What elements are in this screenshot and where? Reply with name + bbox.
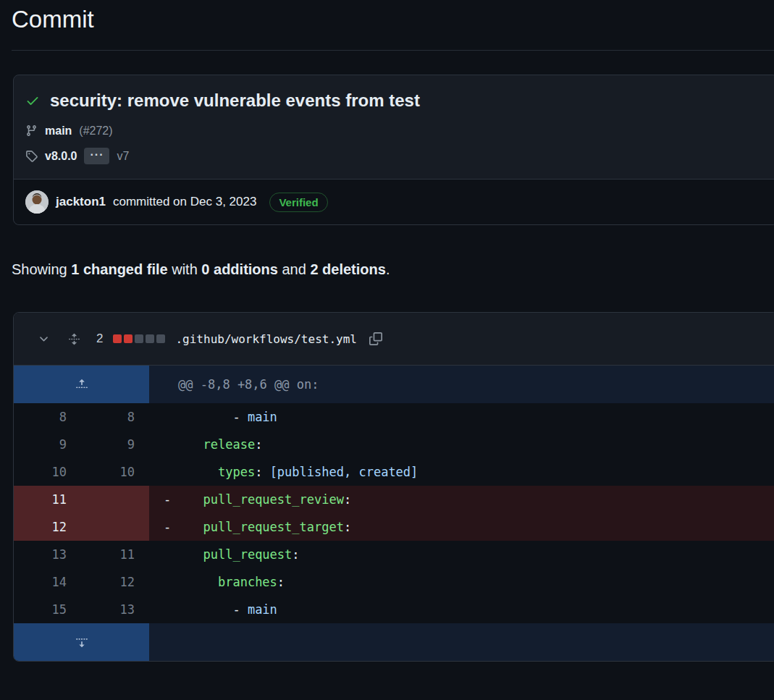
summary-segment: . [386,261,390,277]
code-line: pull_request: [149,541,774,568]
check-icon [25,93,40,108]
new-line-number[interactable]: 8 [81,403,149,431]
tag-secondary[interactable]: v7 [117,150,129,163]
old-line-number[interactable]: 9 [14,431,81,458]
expand-all-unfold-icon[interactable] [68,333,80,345]
diff-row: 12- pull_request_target: [14,513,774,541]
code-segment [188,465,218,479]
tag-icon [25,150,38,162]
code-segment [188,520,203,534]
code-line: release: [149,431,774,458]
summary-segment: and [278,261,310,277]
verified-badge[interactable]: Verified [269,193,327,212]
code-segment: pull_request [203,547,292,562]
page-title: Commit [12,4,774,35]
changed-lines-count: 2 [96,332,103,346]
avatar[interactable] [25,190,49,214]
old-line-number[interactable]: 11 [14,486,81,513]
collapse-file-chevron-down-icon[interactable] [38,333,50,345]
expand-row-fill [149,623,774,661]
copy-path-icon[interactable] [369,332,382,345]
diffstat-square-neutral [156,334,165,343]
new-line-number[interactable] [81,513,149,541]
code-segment: : [292,547,299,562]
hunk-header-row: @@ -8,8 +8,6 @@ on: [14,366,774,403]
code-line: branches: [149,568,774,596]
summary-segment: 0 additions [201,261,278,277]
code-segment [188,492,203,507]
code-segment: release [203,437,255,452]
code-line: - main [149,596,774,623]
author-username[interactable]: jackton1 [56,195,106,209]
diffstat-square-deletion [113,334,122,343]
diff-row: 1311 pull_request: [14,541,774,568]
code-segment [188,547,203,562]
code-segment: types [218,465,255,479]
commit-title: security: remove vulnerable events from … [50,90,420,111]
commit-card: security: remove vulnerable events from … [13,75,774,226]
diff-file-header: 2 .github/workflows/test.yml [14,313,774,366]
code-segment: : [255,437,262,452]
code-segment: : [277,575,285,589]
hunk-header-text: @@ -8,8 +8,6 @@ on: [149,366,774,403]
code-segment: - [188,410,248,424]
code-segment: branches [218,575,277,589]
pr-reference[interactable]: (#272) [79,125,112,138]
code-segment: main [248,602,277,617]
code-segment [188,575,218,589]
expand-bottom-row [14,623,774,661]
code-segment [188,437,203,452]
tag-primary[interactable]: v8.0.0 [45,150,77,163]
diffstat-squares [113,334,165,343]
diff-marker: - [164,492,188,507]
code-segment: : [344,520,351,534]
code-line: - pull_request_review: [149,486,774,513]
new-line-number[interactable]: 9 [81,431,149,458]
diff-row: 1010 types: [published, created] [14,458,774,486]
summary-segment: 1 changed file [71,261,167,277]
old-line-number[interactable]: 8 [14,403,81,431]
new-line-number[interactable]: 10 [81,458,149,486]
summary-segment: Showing [12,261,71,277]
expand-down-button[interactable] [14,623,149,661]
diffstat-square-deletion [124,334,132,343]
old-line-number[interactable]: 10 [14,458,81,486]
expand-up-button[interactable] [14,366,149,403]
code-segment: - [188,602,248,617]
new-line-number[interactable]: 13 [81,596,149,623]
fold-up-icon [75,378,88,391]
committed-date-text: committed on Dec 3, 2023 [113,195,256,209]
old-line-number[interactable]: 12 [14,513,81,541]
diff-rows: 88 - main99 release:1010 types: [publish… [14,403,774,623]
fold-down-icon [75,636,88,649]
old-line-number[interactable]: 13 [14,541,81,568]
diff-row: 1513 - main [14,596,774,623]
file-path[interactable]: .github/workflows/test.yml [175,332,356,346]
code-segment: : [344,492,351,507]
new-line-number[interactable]: 11 [81,541,149,568]
git-branch-icon [25,125,38,137]
summary-segment: with [168,261,202,277]
diff-row: 88 - main [14,403,774,431]
diff-marker: - [164,520,188,534]
summary-segment: 2 deletions [310,261,385,277]
show-more-tags-button[interactable]: ··· [84,148,109,165]
branch-name[interactable]: main [45,125,72,138]
diffstat-square-neutral [146,334,154,343]
commit-meta-bar: jackton1 committed on Dec 3, 2023 Verifi… [14,179,774,224]
code-segment: pull_request_target [203,520,343,534]
code-segment: pull_request_review [203,492,343,507]
changed-files-summary: Showing 1 changed file with 0 additions … [12,261,774,278]
code-line: - main [149,403,774,431]
code-segment: : [255,465,269,479]
old-line-number[interactable]: 14 [14,568,81,596]
diff-row: 11- pull_request_review: [14,486,774,513]
code-segment: [published, created] [270,465,418,479]
commit-card-top: security: remove vulnerable events from … [14,75,774,180]
diffstat-square-neutral [135,334,143,343]
old-line-number[interactable]: 15 [14,596,81,623]
diff-row: 1412 branches: [14,568,774,596]
new-line-number[interactable] [81,486,149,513]
diff-row: 99 release: [14,431,774,458]
new-line-number[interactable]: 12 [81,568,149,596]
